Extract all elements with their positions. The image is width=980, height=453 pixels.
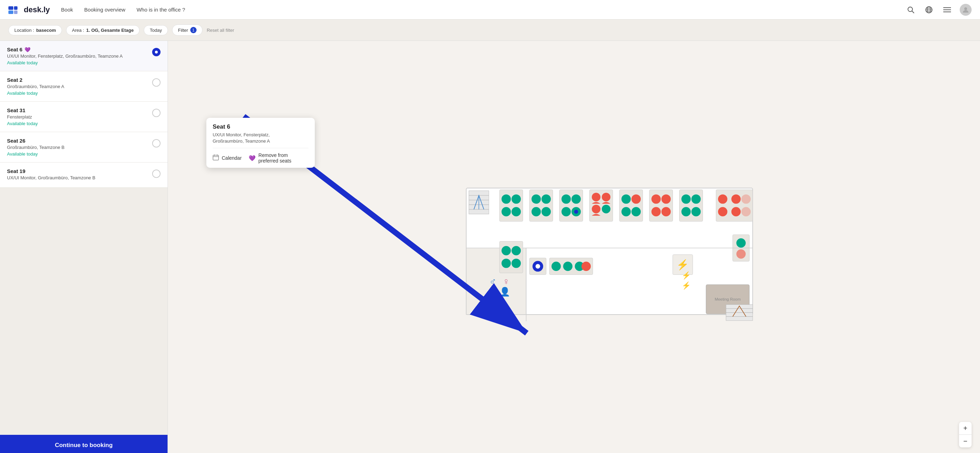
svg-point-80 (552, 261, 561, 271)
svg-point-58 (692, 194, 701, 204)
user-avatar[interactable] (960, 4, 972, 16)
main-nav: Book Booking overview Who is in the offi… (61, 5, 905, 14)
seat-name: Seat 2 (7, 77, 152, 83)
seat-tooltip: Seat 6 UX/UI Monitor, Fensterplatz,Großr… (206, 118, 315, 168)
svg-point-33 (531, 207, 541, 216)
menu-icon (943, 7, 951, 13)
preferred-action[interactable]: 💜 Remove from preferred seats (249, 153, 309, 164)
area-filter[interactable]: Area : 1. OG, Gesamte Etage (66, 25, 140, 35)
header: desk.ly Book Booking overview Who is in … (0, 0, 980, 19)
main-content: Seat 6 💜 UX/UI Monitor, Fensterplatz, Gr… (0, 41, 980, 453)
tooltip-actions: Calendar 💜 Remove from preferred seats (206, 148, 315, 168)
seat-name: Seat 31 (7, 107, 152, 113)
globe-icon (925, 6, 933, 14)
svg-point-55 (661, 207, 671, 216)
seat-info: Seat 26 Großraumbüro, Teamzone B Availab… (7, 138, 152, 157)
seat-radio[interactable] (152, 48, 161, 56)
svg-point-50 (631, 207, 641, 216)
nav-book[interactable]: Book (61, 5, 73, 14)
svg-point-36 (562, 194, 571, 204)
svg-rect-51 (649, 189, 673, 221)
svg-point-47 (622, 194, 631, 204)
search-button[interactable] (905, 4, 916, 15)
calendar-action[interactable]: Calendar (213, 154, 242, 162)
seat-description: Großraumbüro, Teamzone B (7, 145, 152, 150)
svg-text:Meeting Room: Meeting Room (715, 297, 741, 301)
seat-list-item[interactable]: Seat 26 Großraumbüro, Teamzone B Availab… (0, 132, 167, 162)
seat-info: Seat 31 Fensterplatz Available today (7, 107, 152, 126)
zoom-out-button[interactable]: − (959, 435, 972, 447)
seat-description: UX/UI Monitor, Großraumbüro, Teamzone B (7, 175, 152, 180)
today-filter[interactable]: Today (144, 25, 168, 35)
svg-text:⚡: ⚡ (682, 271, 691, 280)
seat-name: Seat 26 (7, 138, 152, 144)
seat-radio[interactable] (152, 109, 161, 117)
svg-rect-61 (716, 189, 752, 221)
nav-who-in-office[interactable]: Who is in the office ? (137, 5, 185, 14)
svg-point-53 (661, 194, 671, 204)
filter-button[interactable]: Filter 1 (172, 24, 202, 36)
seat-radio[interactable] (152, 78, 161, 87)
menu-button[interactable] (942, 4, 953, 15)
header-actions (905, 4, 972, 16)
tooltip-header: Seat 6 UX/UI Monitor, Fensterplatz,Großr… (206, 118, 315, 148)
svg-text:👤: 👤 (500, 286, 510, 297)
nav-booking-overview[interactable]: Booking overview (84, 5, 126, 14)
svg-point-38 (562, 207, 571, 216)
zoom-controls: + − (959, 422, 972, 447)
seat-name: Seat 6 💜 (7, 46, 152, 52)
seat-availability: Available today (7, 91, 152, 96)
seat-list-item[interactable]: Seat 6 💜 UX/UI Monitor, Fensterplatz, Gr… (0, 41, 167, 71)
logo[interactable]: desk.ly (8, 5, 50, 15)
svg-rect-30 (530, 189, 553, 221)
svg-point-48 (631, 194, 641, 204)
filter-bar: Location : basecom Area : 1. OG, Gesamte… (0, 19, 980, 41)
svg-point-62 (718, 194, 727, 204)
logo-icon (8, 5, 21, 15)
svg-point-54 (652, 207, 661, 216)
svg-point-37 (571, 194, 581, 204)
svg-point-27 (512, 194, 521, 204)
svg-text:⚡: ⚡ (676, 258, 689, 270)
svg-rect-25 (500, 189, 523, 221)
zoom-in-button[interactable]: + (959, 422, 972, 434)
svg-point-74 (501, 258, 511, 268)
seat-info: Seat 19 UX/UI Monitor, Großraumbüro, Tea… (7, 168, 152, 182)
filter-badge: 1 (190, 27, 197, 33)
svg-point-28 (501, 207, 511, 216)
tooltip-description: UX/UI Monitor, Fensterplatz,Großraumbüro… (213, 132, 309, 145)
seat-list-item[interactable]: Seat 2 Großraumbüro, Teamzone A Availabl… (0, 71, 167, 102)
svg-point-72 (501, 246, 511, 255)
avatar-icon (962, 6, 969, 13)
seat-list-item[interactable]: Seat 31 Fensterplatz Available today (0, 102, 167, 132)
svg-point-34 (541, 207, 551, 216)
svg-point-32 (541, 194, 551, 204)
svg-point-42 (592, 192, 601, 201)
seat-description: Fensterplatz (7, 114, 152, 119)
svg-rect-3 (14, 11, 18, 14)
location-value: basecom (36, 28, 56, 33)
seat-radio[interactable] (152, 139, 161, 148)
svg-rect-97 (213, 155, 219, 160)
floor-plan-svg: ♂ ♀ (445, 181, 767, 321)
seat-description: UX/UI Monitor, Fensterplatz, Großraumbür… (7, 54, 152, 59)
svg-point-66 (731, 207, 741, 216)
svg-rect-2 (14, 6, 18, 10)
svg-point-57 (681, 194, 691, 204)
seat-description: Großraumbüro, Teamzone A (7, 84, 152, 89)
svg-point-52 (652, 194, 661, 204)
seat-list: Seat 6 💜 UX/UI Monitor, Fensterplatz, Gr… (0, 41, 168, 453)
seat-info: Seat 2 Großraumbüro, Teamzone A Availabl… (7, 77, 152, 96)
svg-rect-46 (619, 189, 643, 221)
svg-rect-1 (8, 11, 13, 14)
seat-list-item[interactable]: Seat 19 UX/UI Monitor, Großraumbüro, Tea… (0, 162, 167, 188)
seat-radio[interactable] (152, 170, 161, 178)
svg-point-69 (736, 238, 746, 248)
continue-to-booking-button[interactable]: Continue to booking (0, 435, 167, 453)
globe-button[interactable] (923, 4, 934, 15)
reset-filter-button[interactable]: Reset all filter (207, 28, 234, 33)
svg-point-59 (681, 207, 691, 216)
svg-point-83 (582, 261, 591, 271)
location-filter[interactable]: Location : basecom (8, 25, 62, 35)
svg-point-70 (736, 249, 746, 259)
